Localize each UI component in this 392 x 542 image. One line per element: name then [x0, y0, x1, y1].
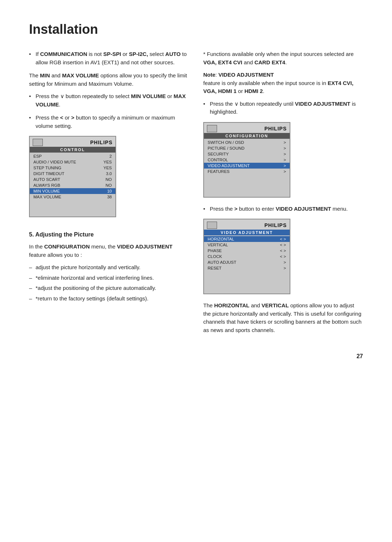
menu-row-empty8	[204, 283, 290, 288]
left-column: If COMMUNICATION is not SP-SPI or SP-I2C…	[29, 50, 189, 339]
right-list2: Press the > button to enter VIDEO ADJUST…	[203, 205, 363, 213]
menu-row-esp: ESP2	[30, 153, 115, 159]
menu-row-empty5	[204, 186, 290, 192]
menu-control-rows: ESP2 AUDIO / VIDEO MUTEYES STEP TUNINGYE…	[30, 153, 115, 212]
menu-row-features: FEATURES>	[204, 169, 290, 174]
section5-para1: In the CONFIGURATION menu, the VIDEO ADJ…	[29, 243, 189, 259]
menu-video-adjustment: PHILIPS VIDEO ADJUSTMENT HORIZONTAL< > V…	[203, 219, 290, 294]
menu-row-horizontal: HORIZONTAL< >	[204, 236, 290, 242]
section5-heading: 5. Adjusting the Picture	[29, 230, 189, 239]
menu-va-header: PHILIPS	[204, 219, 290, 230]
tv-icon	[33, 139, 43, 146]
right-asterisk-note: * Functions available only when the inpu…	[203, 50, 363, 66]
dash-item-3: *adjust the positioning of the picture a…	[29, 284, 189, 292]
menu-row-reset: RESET>	[204, 265, 290, 271]
menu-row-min-volume: MIN VOLUME10	[30, 188, 115, 194]
menu-config-title: CONFIGURATION	[204, 133, 290, 139]
menu-row-control: CONTROL>	[204, 157, 290, 163]
menu-config-header: PHILIPS	[204, 123, 290, 133]
section5: 5. Adjusting the Picture In the CONFIGUR…	[29, 230, 189, 303]
dash-item-2: *eliminate horizontal and vertical inter…	[29, 274, 189, 282]
menu-row-auto-scart: AUTO SCARTNO	[30, 177, 115, 182]
menu-control-title: CONTROL	[30, 147, 115, 153]
right-bullet1: Press the ∨ button repeatedly until VIDE…	[203, 100, 363, 116]
menu-row-auto-adjust: AUTO ADJUST>	[204, 259, 290, 265]
menu-va-title: VIDEO ADJUSTMENT	[204, 230, 290, 235]
left-bullet2: Press the ∨ button repeatedly to select …	[29, 92, 189, 109]
menu-row-switch-on: SWITCH ON / OSD>	[204, 139, 290, 145]
right-column: * Functions available only when the inpu…	[203, 50, 363, 339]
menu-control-header: PHILIPS	[30, 137, 115, 147]
menu-brand-3: PHILIPS	[265, 222, 287, 228]
menu-row-empty7	[204, 277, 290, 283]
right-block3-para: The HORIZONTAL and VERTICAL options allo…	[203, 302, 363, 334]
menu-va-rows: HORIZONTAL< > VERTICAL< > PHASE< > CLOCK…	[204, 235, 290, 289]
menu-brand-1: PHILIPS	[90, 139, 113, 145]
menu-config-footer	[204, 193, 290, 197]
menu-row-clock: CLOCK< >	[204, 254, 290, 259]
menu-row-audio-mute: AUDIO / VIDEO MUTEYES	[30, 159, 115, 165]
menu-row-security: SECURITY>	[204, 151, 290, 157]
dash-item-4: *return to the factory settings (default…	[29, 295, 189, 303]
menu-va-footer	[204, 289, 290, 294]
left-para1: The MIN and MAX VOLUME options allow you…	[29, 72, 189, 88]
menu-control-footer	[30, 212, 115, 217]
menu-row-phase: PHASE< >	[204, 248, 290, 254]
right-bullet2: Press the > button to enter VIDEO ADJUST…	[203, 205, 363, 213]
menu-config-rows: SWITCH ON / OSD> PICTURE / SOUND> SECURI…	[204, 139, 290, 193]
page-title: Installation	[29, 22, 363, 37]
menu-brand-2: PHILIPS	[265, 126, 287, 132]
menu-row-vertical: VERTICAL< >	[204, 242, 290, 248]
menu-row-video-adjustment: VIDEO ADJUSTMENT>	[204, 163, 290, 169]
menu-row-picture-sound: PICTURE / SOUND>	[204, 145, 290, 151]
tv-icon-3	[207, 222, 217, 229]
dash-item-1: adjust the picture horizontally and vert…	[29, 263, 189, 272]
tv-icon-2	[207, 125, 217, 132]
menu-row-empty6	[204, 271, 290, 277]
menu-configuration: PHILIPS CONFIGURATION SWITCH ON / OSD> P…	[203, 122, 290, 198]
menu-row-digit-timeout: DIGIT TIMEOUT3.0	[30, 171, 115, 177]
menu-row-empty3	[204, 174, 290, 180]
left-bullet3: Press the < or > button to specify a min…	[29, 114, 189, 130]
menu-row-always-rgb: ALWAYS RGBNO	[30, 182, 115, 188]
section5-dash-list: adjust the picture horizontally and vert…	[29, 263, 189, 303]
menu-row-max-volume: MAX VOLUME38	[30, 194, 115, 200]
left-bullet1: If COMMUNICATION is not SP-SPI or SP-I2C…	[29, 50, 189, 66]
menu-row-empty1	[30, 200, 115, 206]
menu-control: PHILIPS CONTROL ESP2 AUDIO / VIDEO MUTEY…	[29, 136, 116, 217]
left-list3: Press the < or > button to specify a min…	[29, 114, 189, 130]
menu-row-step-tuning: STEP TUNINGYES	[30, 165, 115, 171]
left-block1-list: If COMMUNICATION is not SP-SPI or SP-I2C…	[29, 50, 189, 66]
left-list2: Press the ∨ button repeatedly to select …	[29, 92, 189, 109]
page-number: 27	[29, 353, 363, 360]
menu-row-empty2	[30, 206, 115, 211]
right-list1: Press the ∨ button repeatedly until VIDE…	[203, 100, 363, 116]
right-note-para: Note: VIDEO ADJUSTMENTfeature is only av…	[203, 71, 363, 96]
menu-row-empty4	[204, 180, 290, 186]
